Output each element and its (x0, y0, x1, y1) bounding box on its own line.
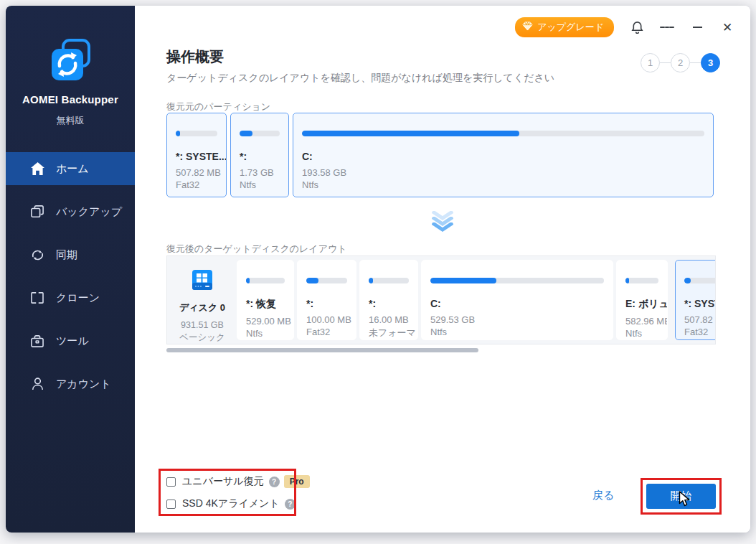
main-area: アップグレード ✕ 操作概要 ターゲットディスクのレイアウトを確認し、問題がなけ… (135, 6, 750, 533)
usage-bar (369, 278, 409, 283)
sidebar-item-label: ホーム (56, 162, 89, 176)
target-partition-card[interactable]: *: 16.00 MB 未フォーマット (359, 260, 418, 340)
target-partition-card[interactable]: *: 恢复 529.00 MB Ntfs (237, 260, 294, 340)
partition-name: *: (369, 298, 409, 309)
restore-options: ユニバーサル復元 ? Pro SSD 4Kアライメント ? (166, 474, 310, 519)
app-edition: 無料版 (6, 114, 135, 127)
triple-chevron-down-icon (425, 211, 460, 228)
partition-name: *: (306, 298, 347, 309)
sidebar-item-account[interactable]: アカウント (6, 367, 135, 400)
page-title: 操作概要 (166, 47, 224, 67)
source-partition-card[interactable]: *: SYSTE... 507.82 MB Fat32 (166, 113, 227, 197)
horizontal-scrollbar-thumb[interactable] (166, 348, 478, 352)
partition-filesystem: Ntfs (246, 328, 285, 339)
sidebar-item-home[interactable]: ホーム (6, 152, 135, 185)
partition-size: 582.96 MB (625, 316, 658, 327)
source-partition-card[interactable]: C: 193.58 GB Ntfs (293, 113, 714, 197)
universal-restore-checkbox[interactable] (166, 477, 176, 487)
partition-size: 529.00 MB (246, 316, 285, 327)
partition-filesystem: Ntfs (302, 179, 704, 190)
target-partition-card[interactable]: *: 100.00 MB Fat32 (297, 260, 356, 340)
step-connector (660, 62, 671, 63)
question-icon[interactable]: ? (285, 499, 296, 510)
partition-filesystem: Ntfs (625, 328, 658, 339)
usage-bar (176, 131, 217, 136)
usage-bar (246, 278, 285, 283)
partition-name: *: SYSTE... (176, 151, 217, 162)
sidebar-item-label: アカウント (56, 377, 111, 391)
step-2: 2 (671, 53, 690, 72)
page-subtitle: ターゲットディスクのレイアウトを確認し、問題がなければ処理を実行してください (166, 72, 554, 85)
target-partition-card-selected[interactable]: *: SYSTE 507.82 M Fat32 (675, 260, 716, 340)
step-3-active: 3 (701, 53, 720, 72)
ssd-alignment-checkbox[interactable] (166, 500, 176, 509)
partition-size: 529.53 GB (430, 314, 604, 325)
tools-icon (30, 334, 44, 348)
minimize-icon[interactable] (690, 20, 704, 34)
usage-bar (684, 278, 716, 283)
source-partition-card[interactable]: *: 1.73 GB Ntfs (230, 113, 289, 197)
pro-badge: Pro (284, 475, 310, 488)
usage-bar (302, 131, 704, 136)
app-window: AOMEI Backupper 無料版 ホーム バックアップ 同期 (6, 6, 750, 533)
titlebar: アップグレード ✕ (515, 17, 734, 37)
disk-icon (189, 283, 215, 295)
partition-size: 193.58 GB (302, 167, 704, 178)
back-link[interactable]: 戻る (592, 489, 614, 502)
bell-icon[interactable] (630, 20, 644, 34)
start-button[interactable]: 開始 (646, 484, 716, 509)
disk-size: 931.51 GB (171, 320, 234, 330)
sidebar-item-tools[interactable]: ツール (6, 324, 135, 357)
gem-icon (522, 22, 533, 33)
question-icon[interactable]: ? (269, 477, 280, 487)
hamburger-menu-icon[interactable] (660, 20, 674, 34)
step-indicator: 1 2 3 (641, 53, 720, 72)
target-partition-card[interactable]: C: 529.53 GB Ntfs (421, 260, 613, 340)
usage-bar (306, 278, 347, 283)
target-disk-row: ディスク 0 931.51 GB ベーシックGPT *: 恢复 529.00 M… (166, 255, 716, 344)
partition-size: 16.00 MB (369, 314, 409, 325)
usage-bar (240, 131, 280, 136)
option-label: ユニバーサル復元 (182, 475, 264, 488)
partition-filesystem: Ntfs (240, 179, 280, 190)
partition-size: 1.73 GB (240, 167, 280, 178)
option-ssd-alignment[interactable]: SSD 4Kアライメント ? (166, 497, 310, 511)
account-icon (30, 377, 44, 391)
disk-info: ディスク 0 931.51 GB ベーシックGPT (171, 260, 234, 340)
app-logo-icon (47, 37, 93, 83)
source-section-label: 復元元のパーティション (166, 100, 270, 113)
target-section-label: 復元後のターゲットディスクのレイアウト (166, 243, 347, 255)
target-partition-card[interactable]: E: ボリューム 582.96 MB Ntfs (616, 260, 668, 340)
upgrade-label: アップグレード (537, 21, 604, 34)
close-icon[interactable]: ✕ (720, 20, 734, 34)
partition-name: C: (302, 151, 704, 162)
usage-bar (430, 278, 604, 283)
sidebar-item-label: バックアップ (56, 205, 122, 219)
partition-filesystem: Fat32 (176, 179, 217, 190)
partition-name: C: (430, 298, 604, 309)
partition-filesystem: Ntfs (430, 327, 604, 337)
sidebar-item-backup[interactable]: バックアップ (6, 195, 135, 228)
sidebar-item-label: クローン (56, 291, 100, 305)
step-connector (690, 62, 701, 63)
disk-type: ベーシックGPT (171, 332, 234, 344)
sidebar-item-label: 同期 (56, 248, 77, 262)
app-name: AOMEI Backupper (6, 93, 135, 105)
sidebar-item-sync[interactable]: 同期 (6, 238, 135, 271)
step-1: 1 (641, 53, 660, 72)
option-universal-restore[interactable]: ユニバーサル復元 ? Pro (166, 474, 310, 489)
logo-block: AOMEI Backupper 無料版 (6, 6, 135, 127)
partition-filesystem: Fat32 (684, 327, 716, 337)
upgrade-button[interactable]: アップグレード (515, 17, 614, 37)
backup-icon (30, 205, 44, 219)
partition-name: E: ボリューム (625, 298, 658, 311)
sidebar-menu: ホーム バックアップ 同期 クローン (6, 152, 135, 411)
partition-filesystem: Fat32 (306, 327, 347, 337)
sidebar-item-label: ツール (56, 334, 89, 348)
partition-name: *: (240, 151, 280, 162)
disk-name: ディスク 0 (171, 301, 234, 314)
partition-size: 507.82 M (684, 314, 716, 325)
sidebar-item-clone[interactable]: クローン (6, 281, 135, 314)
source-partitions-row: *: SYSTE... 507.82 MB Fat32 *: 1.73 GB N… (166, 113, 714, 197)
clone-icon (30, 291, 44, 305)
